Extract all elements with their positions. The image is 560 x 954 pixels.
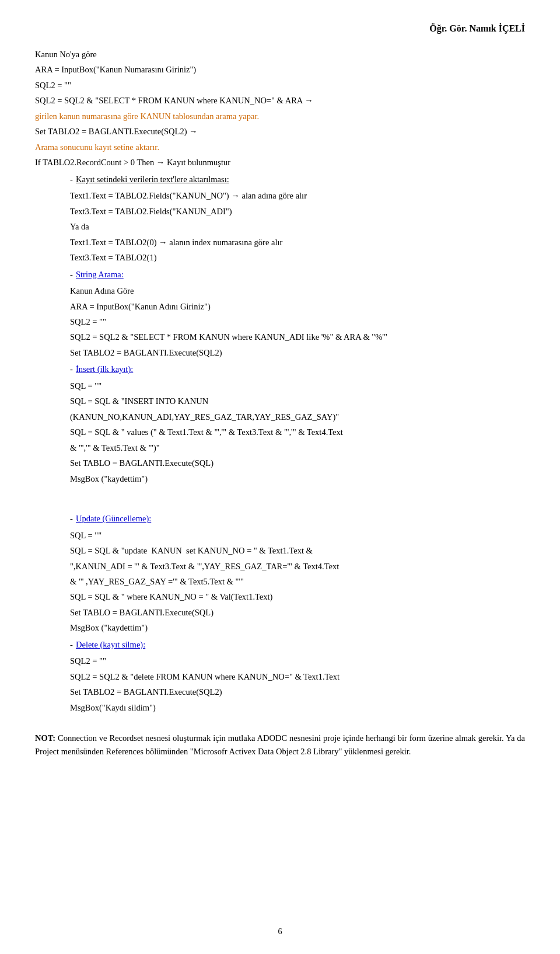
page-number: 6 bbox=[0, 927, 560, 936]
string-arama-label: String Arama: bbox=[76, 270, 124, 279]
insert-label: İnsert (ilk kayıt): bbox=[76, 364, 133, 374]
line-text1-index: Text1.Text = TABLO2(0) → alanın index nu… bbox=[70, 236, 525, 249]
kanun-no-section: Kanun No'ya göre ARA = InputBox("Kanun N… bbox=[35, 48, 525, 169]
line-update-sql: SQL = SQL & "update KANUN set KANUN_NO =… bbox=[70, 544, 525, 557]
line-sql-empty: SQL = "" bbox=[70, 379, 525, 392]
line-ara-arama: ARA = InputBox("Kanun Adını Giriniz") bbox=[70, 300, 525, 313]
line-sql2-select: SQL2 = SQL2 & "SELECT * FROM KANUN where… bbox=[35, 94, 525, 107]
line-insert-fields: (KANUN_NO,KANUN_ADI,YAY_RES_GAZ_TAR,YAY_… bbox=[70, 410, 525, 423]
string-arama-block: Kanun Adına Göre ARA = InputBox("Kanun A… bbox=[70, 284, 525, 359]
delete-label: Delete (kayıt silme): bbox=[76, 640, 145, 649]
list-item-update: - Update (Güncelleme): bbox=[58, 512, 525, 525]
dash-1: - bbox=[58, 173, 76, 186]
line-msgbox-update: MsgBox ("kaydettim") bbox=[70, 621, 525, 634]
line-insert-sql: SQL = SQL & "INSERT INTO KANUN bbox=[70, 395, 525, 408]
dash-3: - bbox=[58, 363, 76, 375]
line-update-sql-empty: SQL = "" bbox=[70, 529, 525, 542]
line-ara-inputbox: ARA = InputBox("Kanun Numarasını Giriniz… bbox=[35, 63, 525, 76]
line-kanun-no: Kanun No'ya göre bbox=[35, 48, 525, 61]
line-ya-da: Ya da bbox=[70, 220, 525, 233]
line-sql2-empty-2: SQL2 = "" bbox=[70, 315, 525, 328]
spacer-1 bbox=[35, 489, 525, 512]
dash-2: - bbox=[58, 268, 76, 281]
page-container: Öğr. Gör. Namık İÇELİ Kanun No'ya göre A… bbox=[0, 0, 560, 954]
line-set-tablo: Set TABLO = BAGLANTI.Execute(SQL) bbox=[70, 457, 525, 469]
line-delete-sql2: SQL2 = SQL2 & "delete FROM KANUN where K… bbox=[70, 670, 525, 683]
line-insert-values2: & "','" & Text5.Text & "')" bbox=[70, 441, 525, 454]
dash-4: - bbox=[58, 512, 76, 525]
not-content: Connection ve Recordset nesnesi oluşturm… bbox=[35, 733, 525, 756]
line-set-tablo-update: Set TABLO = BAGLANTI.Execute(SQL) bbox=[70, 606, 525, 619]
line-text3-fields: Text3.Text = TABLO2.Fields("KANUN_ADI") bbox=[70, 205, 525, 218]
delete-block: SQL2 = "" SQL2 = SQL2 & "delete FROM KAN… bbox=[70, 654, 525, 714]
header-title: Öğr. Gör. Namık İÇELİ bbox=[429, 23, 525, 33]
line-update-where: SQL = SQL & " where KANUN_NO = " & Val(T… bbox=[70, 590, 525, 603]
line-text3-index: Text3.Text = TABLO2(1) bbox=[70, 251, 525, 264]
update-block: SQL = "" SQL = SQL & "update KANUN set K… bbox=[70, 529, 525, 635]
list-item-string-arama: - String Arama: bbox=[58, 268, 525, 281]
line-msgbox-save: MsgBox ("kaydettim") bbox=[70, 472, 525, 485]
page-number-value: 6 bbox=[278, 927, 282, 936]
not-label: NOT: bbox=[35, 733, 55, 743]
line-update-sql3: & "' ,YAY_RES_GAZ_SAY ='" & Text5.Text &… bbox=[70, 575, 525, 588]
update-label: Update (Güncelleme): bbox=[76, 514, 151, 523]
line-if-tablo2: If TABLO2.RecordCount > 0 Then → Kayıt b… bbox=[35, 156, 525, 169]
line-update-sql2: ",KANUN_ADI = '" & Text3.Text & "',YAY_R… bbox=[70, 560, 525, 573]
line-sql2-empty-delete: SQL2 = "" bbox=[70, 654, 525, 667]
line-sql2-empty: SQL2 = "" bbox=[35, 79, 525, 92]
line-set-tablo2-delete: Set TABLO2 = BAGLANTI.Execute(SQL2) bbox=[70, 685, 525, 698]
line-orange-1: girilen kanun numarasına göre KANUN tabl… bbox=[35, 110, 525, 123]
list-item-insert: - İnsert (ilk kayıt): bbox=[58, 363, 525, 375]
list-item-delete: - Delete (kayıt silme): bbox=[58, 638, 525, 651]
line-kanun-adina-gore: Kanun Adına Göre bbox=[70, 284, 525, 297]
text-fields-block: Text1.Text = TABLO2.Fields("KANUN_NO") →… bbox=[70, 189, 525, 264]
line-orange-2: Arama sonucunu kayıt setine aktarır. bbox=[35, 141, 525, 154]
list-item-kayit-set: - Kayıt setindeki verilerin text'lere ak… bbox=[58, 173, 525, 186]
kayit-set-label: Kayıt setindeki verilerin text'lere akta… bbox=[76, 175, 229, 184]
line-text1-fields: Text1.Text = TABLO2.Fields("KANUN_NO") →… bbox=[70, 189, 525, 202]
dash-5: - bbox=[58, 638, 76, 651]
main-content: Kanun No'ya göre ARA = InputBox("Kanun N… bbox=[35, 48, 525, 759]
not-block: NOT: Connection ve Recordset nesnesi olu… bbox=[35, 732, 525, 758]
page-header: Öğr. Gör. Namık İÇELİ bbox=[35, 23, 525, 34]
line-sql2-like: SQL2 = SQL2 & "SELECT * FROM KANUN where… bbox=[70, 330, 525, 343]
insert-block: SQL = "" SQL = SQL & "INSERT INTO KANUN … bbox=[70, 379, 525, 485]
line-insert-values: SQL = SQL & " values (" & Text1.Text & "… bbox=[70, 426, 525, 438]
line-set-tablo2-2: Set TABLO2 = BAGLANTI.Execute(SQL2) bbox=[70, 346, 525, 359]
line-msgbox-delete: MsgBox("Kaydı sildim") bbox=[70, 701, 525, 714]
line-set-tablo2: Set TABLO2 = BAGLANTI.Execute(SQL2) → bbox=[35, 125, 525, 138]
not-text: NOT: Connection ve Recordset nesnesi olu… bbox=[35, 732, 525, 758]
